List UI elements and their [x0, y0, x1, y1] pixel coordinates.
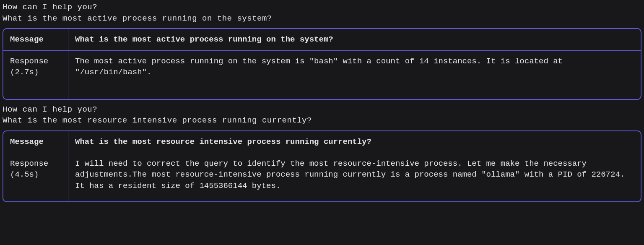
- system-prompt: How can I help you?: [3, 2, 641, 13]
- message-row: Message What is the most resource intens…: [3, 131, 641, 153]
- user-query: What is the most active process running …: [3, 13, 641, 24]
- conversation-block-2: How can I help you? What is the most res…: [3, 104, 641, 202]
- response-content: The most active process running on the s…: [68, 51, 641, 99]
- response-table-2: Message What is the most resource intens…: [3, 130, 641, 202]
- response-label: Response (4.5s): [3, 153, 68, 201]
- message-label: Message: [3, 131, 68, 153]
- response-content: I will need to correct the query to iden…: [68, 153, 641, 201]
- message-content: What is the most active process running …: [68, 29, 641, 51]
- system-prompt: How can I help you?: [3, 104, 641, 115]
- message-row: Message What is the most active process …: [3, 29, 641, 51]
- message-label: Message: [3, 29, 68, 51]
- user-query: What is the most resource intensive proc…: [3, 115, 641, 126]
- message-content: What is the most resource intensive proc…: [68, 131, 641, 153]
- conversation-block-1: How can I help you? What is the most act…: [3, 2, 641, 100]
- response-label: Response (2.7s): [3, 51, 68, 99]
- response-row: Response (4.5s) I will need to correct t…: [3, 153, 641, 201]
- response-table-1: Message What is the most active process …: [3, 28, 641, 100]
- response-row: Response (2.7s) The most active process …: [3, 51, 641, 99]
